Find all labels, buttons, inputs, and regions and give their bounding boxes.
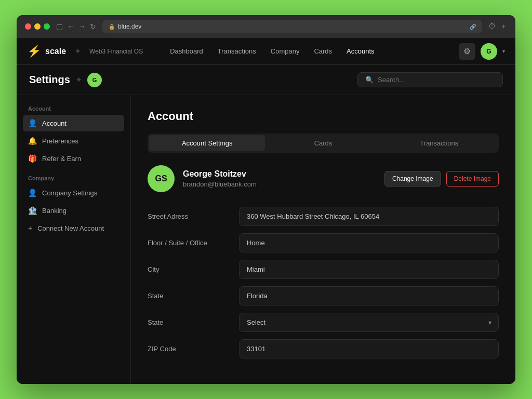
- content-area: Account Account Settings Cards Transacti…: [131, 95, 515, 384]
- form-row-zip: ZIP Code: [148, 339, 499, 358]
- forward-icon[interactable]: →: [78, 22, 86, 31]
- state-text-input[interactable]: [239, 286, 499, 305]
- form-row-city: City: [148, 260, 499, 279]
- dot-green[interactable]: [44, 23, 50, 30]
- sidebar-item-company-settings[interactable]: 👤 Company Settings: [23, 184, 124, 201]
- floor-label: Floor / Suite / Office: [148, 239, 231, 247]
- preferences-icon: 🔔: [28, 137, 37, 145]
- sidebar-company-group: Company 👤 Company Settings 🏦 Banking + C…: [23, 175, 124, 236]
- back-icon[interactable]: ←: [67, 22, 74, 31]
- form-row-state-text: State: [148, 286, 499, 305]
- logo-icon: ⚡: [27, 45, 41, 58]
- profile-section: GS George Stoitzev brandon@bluebank.com …: [148, 165, 499, 192]
- sidebar-item-preferences[interactable]: 🔔 Preferences: [23, 132, 124, 149]
- main-layout: Account 👤 Account 🔔 Preferences 🎁 Refer …: [17, 95, 515, 384]
- browser-window: ▢ ← → ↻ 🔒 blue.dev 🔗 ⏱ ＋ ⚡ scale ✦ Web3 …: [17, 15, 515, 384]
- sidebar-company-settings-text: Company Settings: [42, 189, 97, 197]
- nav-cards[interactable]: Cards: [308, 44, 338, 58]
- account-icon: 👤: [28, 119, 37, 127]
- logo-subtitle: Web3 Financial OS: [89, 48, 143, 55]
- tab-account-settings[interactable]: Account Settings: [149, 135, 265, 151]
- refresh-icon[interactable]: ↻: [90, 22, 96, 31]
- street-label: Street Adress: [148, 212, 231, 220]
- settings-title: Settings: [29, 74, 70, 86]
- browser-nav-icons: ▢ ← → ↻: [56, 22, 96, 31]
- nav-dashboard[interactable]: Dashboard: [164, 44, 209, 58]
- tab-transactions[interactable]: Transactions: [381, 135, 497, 151]
- state-select[interactable]: Select Florida California New York Texas: [239, 313, 499, 332]
- sidebar-item-account[interactable]: 👤 Account: [23, 115, 124, 131]
- floor-input[interactable]: [239, 233, 499, 252]
- history-icon[interactable]: ⏱: [488, 22, 496, 31]
- logo-separator: ✦: [74, 46, 81, 56]
- city-label: City: [148, 265, 231, 273]
- profile-avatar: GS: [148, 165, 175, 192]
- profile-email: brandon@bluebank.com: [183, 180, 376, 188]
- change-image-button[interactable]: Change Image: [384, 171, 441, 187]
- city-input[interactable]: [239, 260, 499, 279]
- sidebar: Account 👤 Account 🔔 Preferences 🎁 Refer …: [17, 95, 131, 384]
- zip-input[interactable]: [239, 339, 499, 358]
- state-select-label: State: [148, 318, 231, 326]
- form-row-state-select: State Select Florida California New York…: [148, 313, 499, 332]
- logo-text: scale: [45, 47, 66, 56]
- app-nav: ⚡ scale ✦ Web3 Financial OS Dashboard Tr…: [17, 38, 515, 65]
- delete-image-button[interactable]: Delete Image: [446, 171, 499, 187]
- sidebar-banking-text: Banking: [42, 207, 66, 215]
- sidebar-account-label: Account: [23, 105, 124, 112]
- sidebar-item-connect[interactable]: + Connect New Account: [23, 220, 124, 236]
- nav-links: Dashboard Transactions Company Cards Acc…: [164, 44, 459, 58]
- profile-actions: Change Image Delete Image: [384, 171, 499, 187]
- profile-info: George Stoitzev brandon@bluebank.com: [183, 169, 376, 188]
- settings-search[interactable]: 🔍: [357, 72, 503, 87]
- browser-chrome: ▢ ← → ↻ 🔒 blue.dev 🔗 ⏱ ＋: [17, 15, 515, 38]
- sidebar-account-text: Account: [42, 119, 66, 127]
- page-title: Account: [148, 110, 499, 123]
- tabs: Account Settings Cards Transactions: [148, 134, 499, 153]
- state-text-label: State: [148, 292, 231, 300]
- settings-header: Settings ✦ G 🔍: [17, 65, 515, 95]
- street-input[interactable]: [239, 207, 499, 226]
- lock-icon: 🔒: [109, 24, 115, 30]
- sidebar-company-label: Company: [23, 175, 124, 181]
- nav-right: ⚙ G ▾: [459, 43, 505, 60]
- refer-icon: 🎁: [28, 154, 37, 163]
- nav-company[interactable]: Company: [264, 44, 306, 58]
- dot-yellow[interactable]: [34, 23, 41, 30]
- profile-name: George Stoitzev: [183, 169, 376, 179]
- nav-transactions[interactable]: Transactions: [211, 44, 262, 58]
- address-bar[interactable]: 🔒 blue.dev 🔗: [102, 20, 482, 33]
- tab-cards[interactable]: Cards: [265, 135, 381, 151]
- sidebar-account-group: Account 👤 Account 🔔 Preferences 🎁 Refer …: [23, 105, 124, 167]
- app-logo: ⚡ scale ✦ Web3 Financial OS: [27, 45, 143, 58]
- state-select-wrapper: Select Florida California New York Texas: [239, 313, 499, 332]
- settings-avatar: G: [87, 73, 102, 87]
- form-row-floor: Floor / Suite / Office: [148, 233, 499, 252]
- search-icon: 🔍: [365, 76, 374, 84]
- search-input[interactable]: [378, 76, 495, 84]
- sidebar-connect-text: Connect New Account: [37, 224, 104, 232]
- browser-actions: ⏱ ＋: [488, 22, 507, 31]
- url-text: blue.dev: [118, 23, 141, 30]
- sidebar-item-banking[interactable]: 🏦 Banking: [23, 202, 124, 219]
- tab-icon[interactable]: ▢: [56, 22, 63, 31]
- nav-accounts[interactable]: Accounts: [340, 44, 380, 58]
- settings-separator: ✦: [75, 75, 82, 85]
- avatar-chevron-icon[interactable]: ▾: [502, 48, 505, 54]
- browser-dots: [25, 23, 50, 30]
- form-row-street: Street Adress: [148, 207, 499, 226]
- link-icon: 🔗: [470, 24, 476, 30]
- company-settings-icon: 👤: [28, 189, 37, 197]
- new-tab-icon[interactable]: ＋: [500, 22, 507, 31]
- sidebar-refer-text: Refer & Earn: [42, 155, 81, 163]
- sidebar-preferences-text: Preferences: [42, 137, 78, 145]
- dot-red[interactable]: [25, 23, 31, 30]
- sidebar-item-refer[interactable]: 🎁 Refer & Earn: [23, 150, 124, 167]
- connect-icon: +: [28, 224, 32, 232]
- gear-button[interactable]: ⚙: [459, 43, 475, 60]
- user-avatar[interactable]: G: [481, 43, 497, 60]
- zip-label: ZIP Code: [148, 345, 231, 353]
- banking-icon: 🏦: [28, 206, 37, 215]
